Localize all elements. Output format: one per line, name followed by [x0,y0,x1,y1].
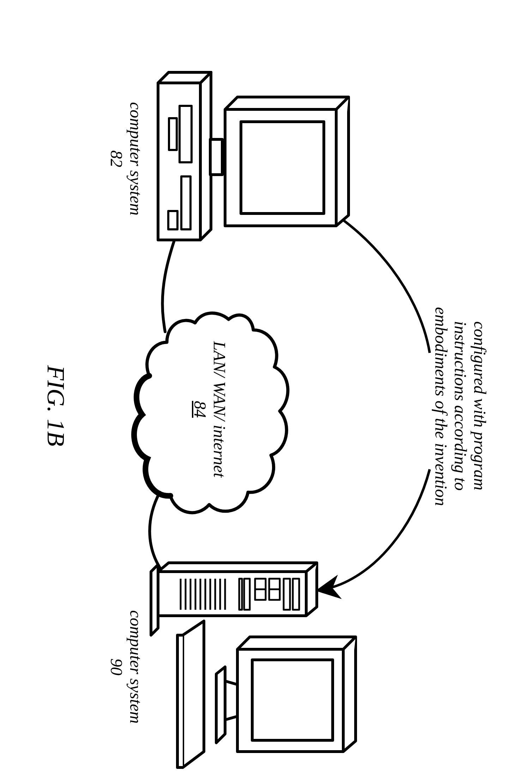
left-computer-label: computer system 82 [107,88,146,229]
computer-right-icon [151,563,356,767]
cloud-ref: 84 [191,401,210,418]
left-computer-label-text: computer system [127,102,145,215]
svg-rect-1 [169,118,177,150]
svg-rect-6 [293,579,299,610]
annotation-arrow-right [320,469,430,590]
computer-left-icon [158,72,349,240]
connector-left [162,231,177,332]
cloud-label-text: LAN/ WAN/ internet [210,341,229,477]
figure-1b: configured with program instructions acc… [0,0,532,777]
annotation-line3: embodiments of the invention [432,307,451,506]
annotation-line1: configured with program [471,321,489,490]
figure-caption: FIG. 1B [42,332,70,480]
svg-rect-5 [241,122,324,213]
right-computer-label-text: computer system [127,610,145,723]
svg-rect-12 [244,579,250,610]
svg-rect-7 [284,579,290,610]
svg-rect-2 [181,176,191,229]
left-computer-ref: 82 [107,150,126,167]
right-computer-ref: 90 [107,658,126,675]
right-computer-label: computer system 90 [107,596,146,737]
cloud-label: LAN/ WAN/ internet 84 [191,339,229,480]
annotation-line2: instructions according to [451,321,470,491]
svg-rect-24 [252,660,333,740]
svg-rect-13 [239,579,242,610]
svg-rect-0 [180,106,192,162]
svg-rect-4 [210,139,222,175]
svg-rect-3 [168,211,177,229]
annotation-text: configured with program instructions acc… [431,307,490,505]
